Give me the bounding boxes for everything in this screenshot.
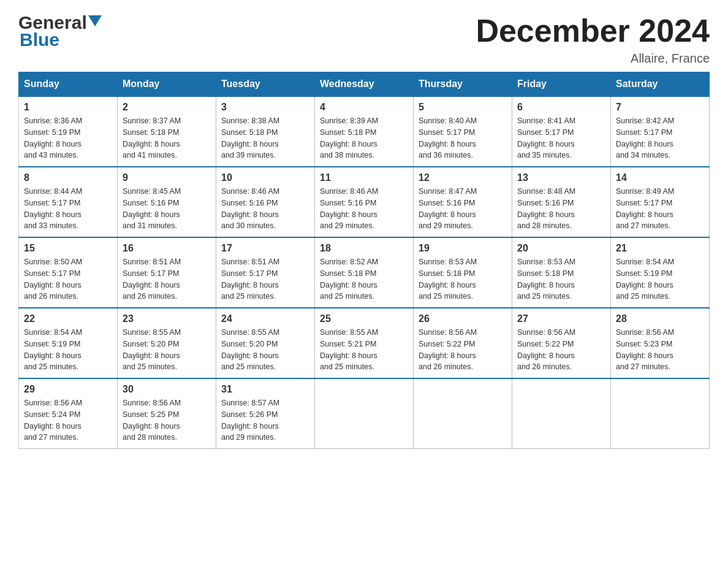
day-info-23: Sunrise: 8:55 AMSunset: 5:20 PMDaylight:… [123,327,211,373]
day-number-26: 26 [419,313,507,324]
day-number-15: 15 [24,243,112,254]
day-number-25: 25 [320,313,408,324]
header-tuesday: Tuesday [216,72,315,97]
day-number-7: 7 [616,102,704,113]
day-info-8: Sunrise: 8:44 AMSunset: 5:17 PMDaylight:… [24,186,112,232]
calendar-table: SundayMondayTuesdayWednesdayThursdayFrid… [18,72,710,449]
day-cell-29: 29Sunrise: 8:56 AMSunset: 5:24 PMDayligh… [19,378,118,449]
day-number-10: 10 [221,172,309,183]
day-number-5: 5 [419,102,507,113]
day-number-20: 20 [517,243,605,254]
header-thursday: Thursday [414,72,512,97]
day-info-3: Sunrise: 8:38 AMSunset: 5:18 PMDaylight:… [221,115,309,161]
day-cell-2: 2Sunrise: 8:37 AMSunset: 5:18 PMDaylight… [118,96,216,167]
day-number-2: 2 [123,102,211,113]
day-info-17: Sunrise: 8:51 AMSunset: 5:17 PMDaylight:… [221,256,309,302]
day-info-25: Sunrise: 8:55 AMSunset: 5:21 PMDaylight:… [320,327,408,373]
day-number-31: 31 [221,384,309,395]
day-number-22: 22 [24,313,112,324]
day-number-19: 19 [419,243,507,254]
day-number-9: 9 [123,172,211,183]
day-cell-8: 8Sunrise: 8:44 AMSunset: 5:17 PMDaylight… [19,167,118,237]
day-info-18: Sunrise: 8:52 AMSunset: 5:18 PMDaylight:… [320,256,408,302]
day-info-21: Sunrise: 8:54 AMSunset: 5:19 PMDaylight:… [616,256,704,302]
day-info-26: Sunrise: 8:56 AMSunset: 5:22 PMDaylight:… [419,327,507,373]
day-number-21: 21 [616,243,704,254]
day-info-28: Sunrise: 8:56 AMSunset: 5:23 PMDaylight:… [616,327,704,373]
day-info-2: Sunrise: 8:37 AMSunset: 5:18 PMDaylight:… [123,115,211,161]
day-cell-9: 9Sunrise: 8:45 AMSunset: 5:16 PMDaylight… [118,167,216,237]
day-cell-12: 12Sunrise: 8:47 AMSunset: 5:16 PMDayligh… [414,167,512,237]
day-cell-10: 10Sunrise: 8:46 AMSunset: 5:16 PMDayligh… [216,167,315,237]
day-info-11: Sunrise: 8:46 AMSunset: 5:16 PMDaylight:… [320,186,408,232]
empty-cell [512,378,611,449]
day-info-20: Sunrise: 8:53 AMSunset: 5:18 PMDaylight:… [517,256,605,302]
week-row-1: 1Sunrise: 8:36 AMSunset: 5:19 PMDaylight… [19,96,710,167]
day-info-24: Sunrise: 8:55 AMSunset: 5:20 PMDaylight:… [221,327,309,373]
day-cell-5: 5Sunrise: 8:40 AMSunset: 5:17 PMDaylight… [414,96,512,167]
day-cell-13: 13Sunrise: 8:48 AMSunset: 5:16 PMDayligh… [512,167,611,237]
day-info-22: Sunrise: 8:54 AMSunset: 5:19 PMDaylight:… [24,327,112,373]
day-cell-18: 18Sunrise: 8:52 AMSunset: 5:18 PMDayligh… [315,237,414,308]
day-cell-11: 11Sunrise: 8:46 AMSunset: 5:16 PMDayligh… [315,167,414,237]
week-row-3: 15Sunrise: 8:50 AMSunset: 5:17 PMDayligh… [19,237,710,308]
day-number-12: 12 [419,172,507,183]
empty-cell [315,378,414,449]
day-cell-26: 26Sunrise: 8:56 AMSunset: 5:22 PMDayligh… [414,308,512,378]
empty-cell [414,378,512,449]
logo-blue-text: Blue [20,29,59,50]
day-cell-1: 1Sunrise: 8:36 AMSunset: 5:19 PMDaylight… [19,96,118,167]
day-number-3: 3 [221,102,309,113]
day-info-13: Sunrise: 8:48 AMSunset: 5:16 PMDaylight:… [517,186,605,232]
day-info-14: Sunrise: 8:49 AMSunset: 5:17 PMDaylight:… [616,186,704,232]
week-row-5: 29Sunrise: 8:56 AMSunset: 5:24 PMDayligh… [19,378,710,449]
day-cell-20: 20Sunrise: 8:53 AMSunset: 5:18 PMDayligh… [512,237,611,308]
empty-cell [611,378,710,449]
day-cell-21: 21Sunrise: 8:54 AMSunset: 5:19 PMDayligh… [611,237,710,308]
day-cell-3: 3Sunrise: 8:38 AMSunset: 5:18 PMDaylight… [216,96,315,167]
day-cell-15: 15Sunrise: 8:50 AMSunset: 5:17 PMDayligh… [19,237,118,308]
day-number-4: 4 [320,102,408,113]
day-cell-4: 4Sunrise: 8:39 AMSunset: 5:18 PMDaylight… [315,96,414,167]
calendar-header: SundayMondayTuesdayWednesdayThursdayFrid… [19,72,710,97]
title-block: December 2024 Allaire, France [476,12,710,66]
day-info-15: Sunrise: 8:50 AMSunset: 5:17 PMDaylight:… [24,256,112,302]
day-cell-19: 19Sunrise: 8:53 AMSunset: 5:18 PMDayligh… [414,237,512,308]
svg-marker-0 [88,15,102,26]
header-sunday: Sunday [19,72,118,97]
day-cell-6: 6Sunrise: 8:41 AMSunset: 5:17 PMDaylight… [512,96,611,167]
day-number-29: 29 [24,384,112,395]
day-cell-28: 28Sunrise: 8:56 AMSunset: 5:23 PMDayligh… [611,308,710,378]
day-number-16: 16 [123,243,211,254]
calendar-body: 1Sunrise: 8:36 AMSunset: 5:19 PMDaylight… [19,96,710,449]
day-info-1: Sunrise: 8:36 AMSunset: 5:19 PMDaylight:… [24,115,112,161]
day-info-7: Sunrise: 8:42 AMSunset: 5:17 PMDaylight:… [616,115,704,161]
day-number-30: 30 [123,384,211,395]
day-number-14: 14 [616,172,704,183]
day-info-12: Sunrise: 8:47 AMSunset: 5:16 PMDaylight:… [419,186,507,232]
logo: General Blue [18,12,102,50]
header-saturday: Saturday [611,72,710,97]
day-cell-16: 16Sunrise: 8:51 AMSunset: 5:17 PMDayligh… [118,237,216,308]
day-cell-24: 24Sunrise: 8:55 AMSunset: 5:20 PMDayligh… [216,308,315,378]
day-number-17: 17 [221,243,309,254]
logo-triangle-icon [88,15,102,29]
header-monday: Monday [118,72,216,97]
day-cell-31: 31Sunrise: 8:57 AMSunset: 5:26 PMDayligh… [216,378,315,449]
day-info-31: Sunrise: 8:57 AMSunset: 5:26 PMDaylight:… [221,397,309,443]
day-number-6: 6 [517,102,605,113]
header-friday: Friday [512,72,611,97]
day-number-23: 23 [123,313,211,324]
day-info-30: Sunrise: 8:56 AMSunset: 5:25 PMDaylight:… [123,397,211,443]
day-number-1: 1 [24,102,112,113]
day-info-9: Sunrise: 8:45 AMSunset: 5:16 PMDaylight:… [123,186,211,232]
header-wednesday: Wednesday [315,72,414,97]
day-number-18: 18 [320,243,408,254]
day-info-6: Sunrise: 8:41 AMSunset: 5:17 PMDaylight:… [517,115,605,161]
day-cell-27: 27Sunrise: 8:56 AMSunset: 5:22 PMDayligh… [512,308,611,378]
day-cell-7: 7Sunrise: 8:42 AMSunset: 5:17 PMDaylight… [611,96,710,167]
day-info-27: Sunrise: 8:56 AMSunset: 5:22 PMDaylight:… [517,327,605,373]
day-info-5: Sunrise: 8:40 AMSunset: 5:17 PMDaylight:… [419,115,507,161]
day-number-27: 27 [517,313,605,324]
day-cell-30: 30Sunrise: 8:56 AMSunset: 5:25 PMDayligh… [118,378,216,449]
